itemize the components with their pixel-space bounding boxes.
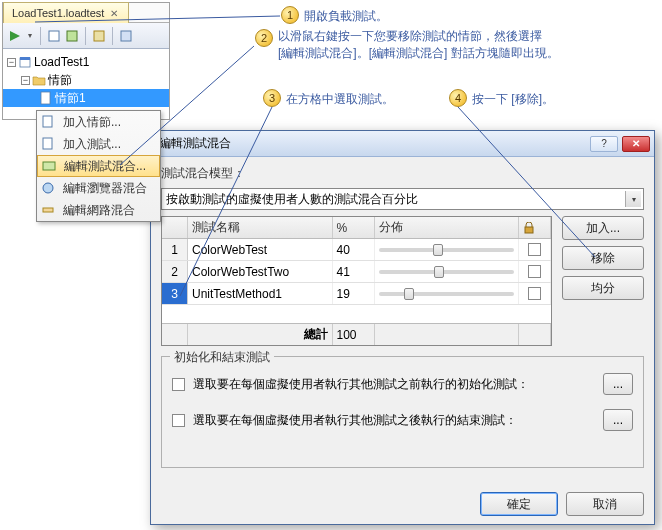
distribute-button[interactable]: 均分 (562, 276, 644, 300)
total-pct: 100 (333, 324, 375, 345)
cell-lock[interactable] (519, 283, 551, 304)
script-icon[interactable] (64, 28, 80, 44)
total-label: 總計 (188, 324, 333, 345)
test-mix-grid[interactable]: 測試名稱 % 分佈 1 ColorWebTest 40 2 ColorW (161, 216, 552, 346)
model-combobox[interactable]: 按啟動測試的虛擬使用者人數的測試混合百分比 ▾ (161, 188, 644, 210)
svg-marker-0 (10, 31, 20, 41)
run-icon[interactable] (7, 28, 23, 44)
checkbox[interactable] (528, 287, 541, 300)
grid-row[interactable]: 2 ColorWebTestTwo 41 (162, 261, 551, 283)
tab-label: LoadTest1.loadtest (12, 7, 104, 19)
help-button[interactable]: ? (590, 136, 618, 152)
remove-button[interactable]: 移除 (562, 246, 644, 270)
dialog-title-bar[interactable]: 編輯測試混合 ? ✕ (151, 131, 654, 157)
menu-label: 加入情節... (63, 114, 121, 131)
cell-pct[interactable]: 19 (333, 283, 375, 304)
tab-strip: LoadTest1.loadtest ✕ (3, 3, 169, 23)
tree-situation-label: 情節 (48, 72, 72, 89)
menu-add-test[interactable]: 加入測試... (37, 133, 160, 155)
group-title: 初始化和結束測試 (170, 349, 274, 366)
tree-situation[interactable]: − 情節 (3, 71, 169, 89)
svg-rect-2 (67, 31, 77, 41)
dialog-title: 編輯測試混合 (159, 135, 231, 152)
cancel-button[interactable]: 取消 (566, 492, 644, 516)
svg-rect-9 (43, 138, 52, 149)
explorer-toolbar: ▾ (3, 23, 169, 49)
ok-button[interactable]: 確定 (480, 492, 558, 516)
tree-situation1-label: 情節1 (55, 90, 86, 107)
cell-name[interactable]: ColorWebTest (188, 239, 333, 260)
svg-rect-4 (121, 31, 131, 41)
chevron-down-icon[interactable]: ▾ (625, 191, 641, 207)
cell-name[interactable]: UnitTestMethod1 (188, 283, 333, 304)
init-test-line: 選取要在每個虛擬使用者執行其他測試之前執行的初始化測試： ... (172, 373, 633, 395)
menu-edit-browser-mix[interactable]: 編輯瀏覽器混合 (37, 177, 160, 199)
settings-icon[interactable] (118, 28, 134, 44)
tree-situation1[interactable]: 情節1 (3, 89, 169, 107)
cell-slider[interactable] (375, 239, 520, 260)
col-pct: % (333, 217, 375, 238)
end-checkbox[interactable] (172, 414, 185, 427)
svg-rect-13 (525, 227, 533, 233)
grid-row[interactable]: 3 UnitTestMethod1 19 (162, 283, 551, 305)
grid-total-row: 總計 100 (162, 323, 551, 345)
menu-add-situation[interactable]: 加入情節... (37, 111, 160, 133)
cell-slider[interactable] (375, 283, 520, 304)
init-checkbox[interactable] (172, 378, 185, 391)
cell-lock[interactable] (519, 239, 551, 260)
browse-end-button[interactable]: ... (603, 409, 633, 431)
edit-mix-icon (40, 157, 58, 175)
cell-pct[interactable]: 40 (333, 239, 375, 260)
menu-label: 加入測試... (63, 136, 121, 153)
close-button[interactable]: ✕ (622, 136, 650, 152)
network-icon (39, 201, 57, 219)
menu-edit-network-mix[interactable]: 編輯網路混合 (37, 199, 160, 221)
close-icon[interactable]: ✕ (110, 8, 120, 18)
cell-lock[interactable] (519, 261, 551, 282)
dialog-footer: 確定 取消 (161, 486, 644, 516)
callout-badge-2: 2 (255, 29, 273, 47)
svg-rect-1 (49, 31, 59, 41)
cell-pct[interactable]: 41 (333, 261, 375, 282)
col-name: 測試名稱 (188, 217, 333, 238)
col-blank (162, 217, 188, 238)
context-menu: 加入情節... 加入測試... 編輯測試混合... 編輯瀏覽器混合 編輯網路混合 (36, 110, 161, 222)
lock-icon (523, 222, 535, 234)
row-number[interactable]: 1 (162, 239, 188, 260)
checkbox[interactable] (528, 243, 541, 256)
tree-view[interactable]: − LoadTest1 − 情節 情節1 (3, 49, 169, 119)
col-dist: 分佈 (375, 217, 520, 238)
refresh-icon[interactable] (91, 28, 107, 44)
init-label: 選取要在每個虛擬使用者執行其他測試之前執行的初始化測試： (193, 376, 529, 393)
dialog-side-buttons: 加入... 移除 均分 (562, 216, 644, 300)
callout-text-1: 開啟負載測試。 (304, 8, 388, 25)
svg-rect-7 (41, 92, 50, 104)
row-number[interactable]: 3 (162, 283, 188, 304)
tree-root[interactable]: − LoadTest1 (3, 53, 169, 71)
new-icon[interactable] (46, 28, 62, 44)
grid-row[interactable]: 1 ColorWebTest 40 (162, 239, 551, 261)
menu-edit-test-mix[interactable]: 編輯測試混合... (37, 155, 160, 177)
collapse-icon[interactable]: − (21, 76, 30, 85)
row-number[interactable]: 2 (162, 261, 188, 282)
callout-2b: [編輯測試混合]。[編輯測試混合] 對話方塊隨即出現。 (278, 46, 559, 60)
add-button[interactable]: 加入... (562, 216, 644, 240)
collapse-icon[interactable]: − (7, 58, 16, 67)
cell-name[interactable]: ColorWebTestTwo (188, 261, 333, 282)
menu-label: 編輯瀏覽器混合 (63, 180, 147, 197)
svg-point-11 (43, 183, 53, 193)
tab-loadtest-file[interactable]: LoadTest1.loadtest ✕ (3, 2, 129, 23)
browse-init-button[interactable]: ... (603, 373, 633, 395)
cell-slider[interactable] (375, 261, 520, 282)
menu-label: 編輯測試混合... (64, 158, 146, 175)
toolbar-separator (85, 27, 86, 45)
callout-text-4: 按一下 [移除]。 (472, 91, 554, 108)
page-icon (39, 91, 53, 105)
toolbar-separator (40, 27, 41, 45)
svg-rect-12 (43, 208, 53, 212)
page-icon (39, 135, 57, 153)
svg-rect-6 (20, 57, 30, 60)
run-dropdown-icon[interactable]: ▾ (25, 28, 35, 44)
checkbox[interactable] (528, 265, 541, 278)
page-icon (39, 113, 57, 131)
